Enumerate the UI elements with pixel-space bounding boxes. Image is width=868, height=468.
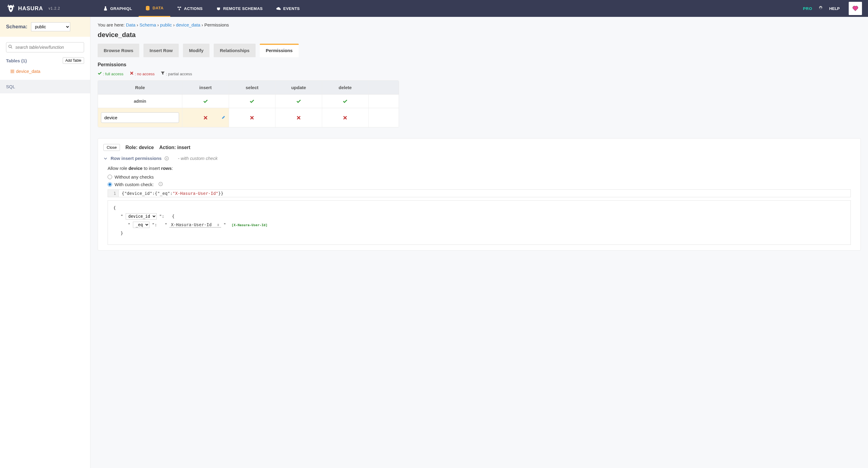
admin-insert[interactable] <box>182 95 229 108</box>
table-icon <box>10 70 14 73</box>
nav-actions[interactable]: ACTIONS <box>170 0 210 17</box>
new-update[interactable] <box>276 108 322 127</box>
check-icon <box>203 99 208 104</box>
line-number: 1 <box>108 190 119 197</box>
crumb-schema[interactable]: Schema <box>140 22 156 27</box>
radio-no-checks[interactable] <box>107 175 112 179</box>
perm-row-new <box>98 108 399 127</box>
svg-rect-5 <box>10 70 14 73</box>
nav-events[interactable]: EVENTS <box>270 0 307 17</box>
col-update: update <box>276 81 322 94</box>
crumb-data[interactable]: Data <box>126 22 135 27</box>
crumb-public[interactable]: public <box>160 22 172 27</box>
cloud-icon <box>276 6 281 11</box>
value-field[interactable]: X-Hasura-User-Id <box>170 222 221 228</box>
legend-partial: : partial access <box>161 71 192 76</box>
help-link[interactable]: HELP <box>829 6 840 11</box>
crumb-leaf: Permissions <box>204 22 229 27</box>
cross-icon <box>130 71 134 75</box>
row-insert-permissions-toggle[interactable]: Row insert permissions ? - with custom c… <box>103 156 855 161</box>
sql-link[interactable]: SQL <box>0 80 90 93</box>
legend-no: : no access <box>130 71 155 76</box>
schema-select[interactable]: public <box>31 22 70 31</box>
nav-data[interactable]: DATA <box>138 0 170 17</box>
permissions-heading: Permissions <box>98 62 861 67</box>
panel-role: Role: device <box>125 145 154 150</box>
plug-icon <box>216 6 221 11</box>
svg-point-4 <box>9 45 11 47</box>
tab-relationships[interactable]: Relationships <box>214 44 255 57</box>
sidebar-table-device-data[interactable]: device_data <box>0 67 90 76</box>
cross-icon <box>296 115 301 120</box>
help-circle-icon[interactable]: ? <box>158 182 163 187</box>
admin-update[interactable] <box>276 95 322 108</box>
field-select[interactable]: device_id <box>126 213 157 220</box>
nav-graphiql[interactable]: GRAPHIQL <box>96 0 139 17</box>
tab-insert[interactable]: Insert Row <box>144 44 179 57</box>
new-select[interactable] <box>229 108 276 127</box>
svg-text:?: ? <box>160 183 161 186</box>
search-input[interactable] <box>6 42 84 53</box>
version-label: v1.2.2 <box>49 6 60 10</box>
add-table-button[interactable]: Add Table <box>63 57 84 64</box>
funnel-icon <box>161 71 165 75</box>
check-icon <box>250 99 254 104</box>
role-admin: admin <box>98 95 182 108</box>
check-icon <box>98 71 102 75</box>
chevron-down-icon <box>103 156 107 161</box>
allow-text: Allow role device to insert rows: <box>107 166 855 171</box>
breadcrumb: You are here: Data › Schema › public › d… <box>90 17 868 31</box>
col-select: select <box>229 81 276 94</box>
legend-full: : full access <box>98 71 124 76</box>
check-builder: { " device_id ": { " _eq ": " X-Hasura-U… <box>107 200 851 245</box>
crumb-table[interactable]: device_data <box>176 22 200 27</box>
tab-modify[interactable]: Modify <box>183 44 210 57</box>
cross-icon <box>343 115 347 120</box>
op-select[interactable]: _eq <box>133 222 150 228</box>
pro-link[interactable]: PRO <box>803 6 812 11</box>
input-icon <box>217 224 220 227</box>
schema-label: Schema: <box>6 24 27 30</box>
actions-icon <box>177 6 182 11</box>
admin-delete[interactable] <box>322 95 369 108</box>
nav-remote[interactable]: REMOTE SCHEMAS <box>210 0 270 17</box>
cross-icon <box>250 115 254 120</box>
svg-point-0 <box>146 6 150 7</box>
brand-name: HASURA <box>18 5 43 12</box>
page-title: device_data <box>90 31 868 44</box>
col-delete: delete <box>322 81 369 94</box>
new-role-input[interactable] <box>101 112 179 123</box>
col-insert: insert <box>182 81 229 94</box>
value-hint: [X-Hasura-User-Id] <box>231 223 267 227</box>
svg-text:?: ? <box>166 157 167 160</box>
edit-icon[interactable] <box>221 115 226 120</box>
help-circle-icon[interactable]: ? <box>164 156 169 161</box>
database-icon <box>145 6 150 10</box>
tab-browse[interactable]: Browse Rows <box>98 44 139 57</box>
radio-custom-check[interactable] <box>107 182 112 187</box>
heart-button[interactable] <box>849 2 862 15</box>
check-icon <box>296 99 301 104</box>
hasura-icon <box>6 4 16 13</box>
perm-row-admin: admin <box>98 94 399 108</box>
tables-heading: Tables (1) <box>6 58 27 63</box>
panel-action: Action: insert <box>159 145 190 150</box>
check-icon <box>343 99 347 104</box>
tab-permissions[interactable]: Permissions <box>260 44 299 57</box>
flask-icon <box>103 6 108 11</box>
close-button[interactable]: Close <box>103 144 120 151</box>
admin-select[interactable] <box>229 95 276 108</box>
brand-logo[interactable]: HASURA v1.2.2 <box>6 4 60 13</box>
new-delete[interactable] <box>322 108 369 127</box>
new-insert[interactable] <box>182 108 229 127</box>
heart-icon <box>852 5 859 12</box>
cross-icon <box>203 115 208 120</box>
gear-icon[interactable] <box>818 6 823 11</box>
search-icon <box>8 45 13 50</box>
json-editor[interactable]: 1 {"device_id":{"_eq":"X-Hasura-User-Id"… <box>107 190 851 197</box>
col-role: Role <box>98 81 182 94</box>
